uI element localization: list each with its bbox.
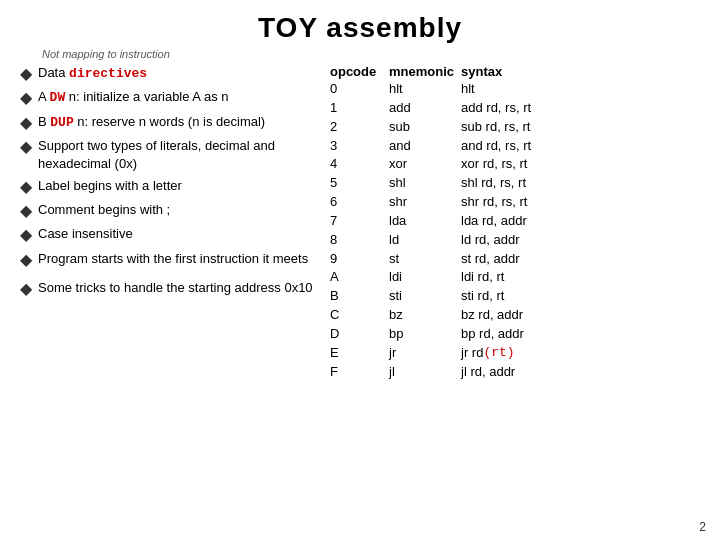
table-row: lda [389, 212, 455, 231]
page-title: TOY assembly [0, 0, 720, 48]
left-column: ◆Data directives◆A DW n: initialize a va… [20, 64, 330, 382]
list-item-text: Comment begins with ; [38, 201, 170, 219]
extra-bullet-list: ◆Some tricks to handle the starting addr… [20, 279, 320, 300]
subtitle: Not mapping to instruction [42, 48, 720, 60]
table-row: 4 [330, 155, 385, 174]
list-item-text: Case insensitive [38, 225, 133, 243]
right-column: opcode0123456789ABCDEF mnemonichltaddsub… [330, 64, 710, 382]
table-row: A [330, 268, 385, 287]
table-row: xor rd, rs, rt [461, 155, 710, 174]
list-item: ◆Data directives [20, 64, 320, 85]
table-row: shl rd, rs, rt [461, 174, 710, 193]
table-row: hlt [461, 80, 710, 99]
table-row: ldi [389, 268, 455, 287]
table-row: xor [389, 155, 455, 174]
table-row: lda rd, addr [461, 212, 710, 231]
table-row: bp [389, 325, 455, 344]
table-row: bz [389, 306, 455, 325]
bullet-icon: ◆ [20, 249, 32, 271]
bullet-list: ◆Data directives◆A DW n: initialize a va… [20, 64, 320, 271]
table-row: ld rd, addr [461, 231, 710, 250]
bullet-icon: ◆ [20, 87, 32, 109]
syntax-header: syntax [461, 64, 710, 79]
bullet-icon: ◆ [20, 136, 32, 158]
table-row: add [389, 99, 455, 118]
bullet-icon: ◆ [20, 112, 32, 134]
opcode-header: opcode [330, 64, 385, 79]
bullet-icon: ◆ [20, 200, 32, 222]
list-item: ◆Support two types of literals, decimal … [20, 137, 320, 173]
table-row: 6 [330, 193, 385, 212]
table-row: sti [389, 287, 455, 306]
table-row: 1 [330, 99, 385, 118]
table-row: B [330, 287, 385, 306]
table-row: 2 [330, 118, 385, 137]
list-item-text: Some tricks to handle the starting addre… [38, 279, 313, 297]
table-row: shr rd, rs, rt [461, 193, 710, 212]
table-row: ldi rd, rt [461, 268, 710, 287]
list-item: ◆Program starts with the first instructi… [20, 250, 320, 271]
list-item: ◆A DW n: initialize a variable A as n [20, 88, 320, 109]
table-row: 7 [330, 212, 385, 231]
table-row: D [330, 325, 385, 344]
list-item: ◆Comment begins with ; [20, 201, 320, 222]
table-row: jl rd, addr [461, 363, 710, 382]
table-row: 5 [330, 174, 385, 193]
table-row: C [330, 306, 385, 325]
bullet-icon: ◆ [20, 224, 32, 246]
table-row: st rd, addr [461, 250, 710, 269]
table-row: and [389, 137, 455, 156]
table-row: bz rd, addr [461, 306, 710, 325]
bullet-icon: ◆ [20, 278, 32, 300]
bullet-icon: ◆ [20, 63, 32, 85]
table-row: sub [389, 118, 455, 137]
table-row: 0 [330, 80, 385, 99]
list-item: ◆B DUP n: reserve n words (n is decimal) [20, 113, 320, 134]
list-item-text: Program starts with the first instructio… [38, 250, 308, 268]
table-row: jr [389, 344, 455, 363]
page-number: 2 [699, 520, 706, 534]
table-row: 3 [330, 137, 385, 156]
list-item-text: A DW n: initialize a variable A as n [38, 88, 229, 107]
table-row: 8 [330, 231, 385, 250]
table-row: bp rd, addr [461, 325, 710, 344]
list-item-text: Support two types of literals, decimal a… [38, 137, 320, 173]
mnemonic-header: mnemonic [389, 64, 455, 79]
table-row: 9 [330, 250, 385, 269]
syntax-col: syntaxhltadd rd, rs, rtsub rd, rs, rtand… [455, 64, 710, 382]
table-row: jl [389, 363, 455, 382]
table-row: E [330, 344, 385, 363]
list-item-text: Label begins with a letter [38, 177, 182, 195]
table-row: hlt [389, 80, 455, 99]
opcode-col: opcode0123456789ABCDEF [330, 64, 385, 382]
table-row: shl [389, 174, 455, 193]
list-item-extra: ◆Some tricks to handle the starting addr… [20, 279, 320, 300]
table-row: ld [389, 231, 455, 250]
table-row: sti rd, rt [461, 287, 710, 306]
table-row: jr rd (rt) [461, 344, 710, 363]
list-item-text: Data directives [38, 64, 147, 83]
list-item: ◆Label begins with a letter [20, 177, 320, 198]
table-row: shr [389, 193, 455, 212]
mnemonic-col: mnemonichltaddsubandxorshlshrldaldstldis… [385, 64, 455, 382]
bullet-icon: ◆ [20, 176, 32, 198]
list-item-text: B DUP n: reserve n words (n is decimal) [38, 113, 265, 132]
table-row: st [389, 250, 455, 269]
table-row: F [330, 363, 385, 382]
list-item: ◆Case insensitive [20, 225, 320, 246]
table-row: sub rd, rs, rt [461, 118, 710, 137]
table-row: and rd, rs, rt [461, 137, 710, 156]
table-row: add rd, rs, rt [461, 99, 710, 118]
